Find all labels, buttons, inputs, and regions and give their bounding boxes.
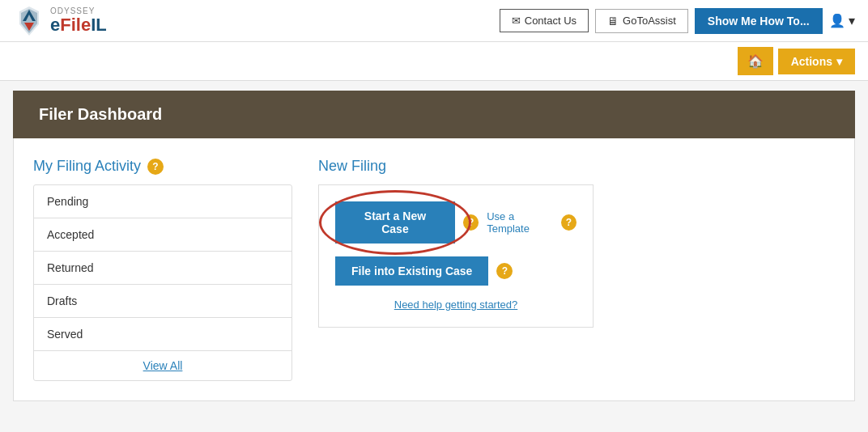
gotoassist-button[interactable]: 🖥 GoToAssist bbox=[595, 9, 688, 33]
dashboard-header: Filer Dashboard bbox=[13, 91, 855, 138]
app-header: ODYSSEY eFileIL ✉ Contact Us 🖥 GoToAssis… bbox=[0, 0, 868, 42]
activity-item-accepted[interactable]: Accepted bbox=[34, 218, 291, 252]
envelope-icon: ✉ bbox=[512, 15, 521, 27]
activity-list: Pending Accepted Returned Drafts Served … bbox=[33, 184, 292, 381]
home-button[interactable]: 🏠 bbox=[738, 47, 773, 75]
logo-icon bbox=[13, 5, 45, 37]
monitor-icon: 🖥 bbox=[607, 15, 619, 28]
show-me-how-button[interactable]: Show Me How To... bbox=[695, 8, 823, 34]
activity-item-returned[interactable]: Returned bbox=[34, 252, 291, 285]
file-existing-row: File into Existing Case ? bbox=[335, 256, 577, 286]
main-content: My Filing Activity ? Pending Accepted Re… bbox=[13, 138, 855, 401]
actions-button[interactable]: Actions ▾ bbox=[778, 49, 855, 74]
need-help-link[interactable]: Need help getting started? bbox=[335, 299, 577, 311]
file-into-existing-button[interactable]: File into Existing Case bbox=[335, 256, 488, 286]
logo-area: ODYSSEY eFileIL bbox=[13, 5, 107, 37]
start-new-case-row: Start a New Case ? Use a Template ? bbox=[335, 201, 577, 244]
filing-activity-title: My Filing Activity ? bbox=[33, 158, 292, 175]
use-template-help-icon[interactable]: ? bbox=[561, 214, 577, 231]
new-filing-title: New Filing bbox=[318, 158, 835, 175]
new-filing-box: Start a New Case ? Use a Template ? File… bbox=[318, 184, 594, 328]
file-existing-help-icon[interactable]: ? bbox=[496, 263, 513, 279]
user-menu-button[interactable]: 👤 ▾ bbox=[829, 13, 855, 28]
activity-item-drafts[interactable]: Drafts bbox=[34, 285, 291, 318]
view-all-link[interactable]: View All bbox=[34, 351, 291, 380]
home-icon: 🏠 bbox=[747, 54, 764, 68]
dashboard-title: Filer Dashboard bbox=[39, 105, 162, 123]
contact-us-button[interactable]: ✉ Contact Us bbox=[500, 9, 589, 32]
logo-efile-text: eFileIL bbox=[50, 15, 107, 35]
logo-text: ODYSSEY eFileIL bbox=[50, 6, 107, 35]
activity-item-pending[interactable]: Pending bbox=[34, 185, 291, 218]
user-icon: 👤 ▾ bbox=[829, 13, 855, 28]
header-right: ✉ Contact Us 🖥 GoToAssist Show Me How To… bbox=[500, 8, 855, 34]
filing-activity-section: My Filing Activity ? Pending Accepted Re… bbox=[33, 158, 292, 381]
activity-item-served[interactable]: Served bbox=[34, 318, 291, 351]
toolbar: 🏠 Actions ▾ bbox=[0, 42, 868, 81]
circle-highlight: Start a New Case bbox=[335, 201, 455, 244]
start-new-case-help-icon[interactable]: ? bbox=[463, 214, 479, 231]
filing-activity-help-icon[interactable]: ? bbox=[147, 159, 164, 175]
start-new-case-button[interactable]: Start a New Case bbox=[335, 201, 455, 244]
chevron-down-icon: ▾ bbox=[836, 55, 842, 68]
use-template-link[interactable]: Use a Template ? bbox=[487, 210, 577, 235]
new-filing-section: New Filing Start a New Case ? Use a Temp… bbox=[318, 158, 835, 381]
two-column-layout: My Filing Activity ? Pending Accepted Re… bbox=[33, 158, 835, 381]
